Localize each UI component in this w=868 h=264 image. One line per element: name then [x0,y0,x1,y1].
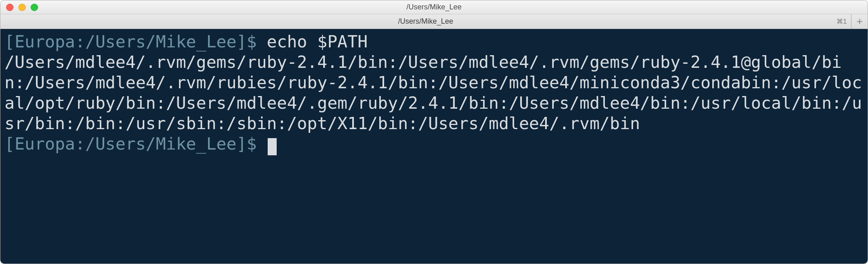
shell-prompt: [Europa:/Users/Mike_Lee]$ [4,134,267,154]
tab-shortcut: ⌘1 [837,18,847,25]
traffic-lights [0,4,38,11]
tabbar: /Users/Mike_Lee ⌘1 + [0,14,868,29]
terminal-window: /Users/Mike_Lee /Users/Mike_Lee ⌘1 + [Eu… [0,0,868,264]
zoom-icon[interactable] [31,4,38,11]
tab-label: /Users/Mike_Lee [398,17,453,26]
cursor-icon [268,138,277,155]
shell-prompt: [Europa:/Users/Mike_Lee]$ [4,32,267,51]
command-text: echo $PATH [267,32,368,51]
terminal-pane[interactable]: [Europa:/Users/Mike_Lee]$ echo $PATH /Us… [0,29,868,264]
window-title: /Users/Mike_Lee [0,3,868,11]
minimize-icon[interactable] [18,4,26,11]
titlebar[interactable]: /Users/Mike_Lee [0,0,868,14]
tab-1[interactable]: /Users/Mike_Lee ⌘1 [0,14,851,29]
command-output: /Users/mdlee4/.rvm/gems/ruby-2.4.1/bin:/… [4,52,862,133]
close-icon[interactable] [6,4,13,11]
plus-icon: + [857,15,863,28]
new-tab-button[interactable]: + [851,14,868,29]
